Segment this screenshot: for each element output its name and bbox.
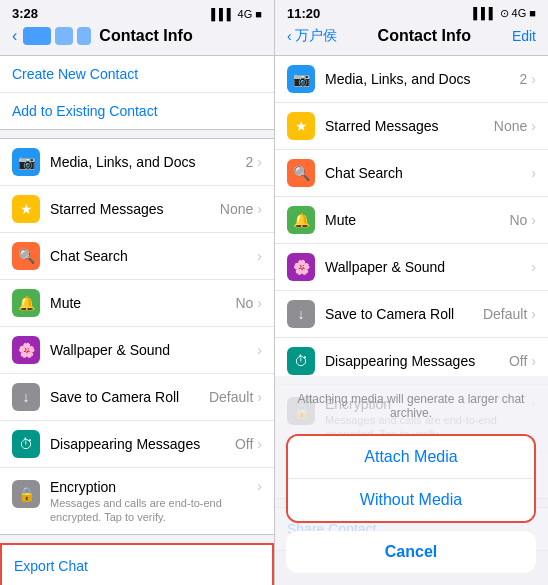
right-back-button[interactable]: ‹ 万户侯 bbox=[287, 27, 337, 45]
left-quick-actions: Create New Contact Add to Existing Conta… bbox=[0, 55, 274, 130]
media-icon: 📷 bbox=[12, 148, 40, 176]
chat-search-label: Chat Search bbox=[50, 248, 257, 264]
right-list-item-mute[interactable]: 🔔 Mute No › bbox=[275, 197, 548, 244]
left-menu-group: 📷 Media, Links, and Docs 2 › ★ Starred M… bbox=[0, 138, 274, 535]
right-panel: 11:20 ▌▌▌ ⊙ 4G ■ ‹ 万户侯 Contact Info Edit… bbox=[274, 0, 548, 585]
disappearing-icon: ⏱ bbox=[12, 430, 40, 458]
disappearing-value: Off bbox=[235, 436, 253, 452]
chat-search-chevron: › bbox=[257, 248, 262, 264]
action-sheet-buttons: Attach Media Without Media bbox=[286, 434, 536, 523]
right-mute-label: Mute bbox=[325, 212, 509, 228]
right-camera-roll-icon: ↓ bbox=[287, 300, 315, 328]
right-disappearing-label: Disappearing Messages bbox=[325, 353, 509, 369]
camera-roll-value: Default bbox=[209, 389, 253, 405]
right-list-item-starred[interactable]: ★ Starred Messages None › bbox=[275, 103, 548, 150]
right-media-value: 2 bbox=[520, 71, 528, 87]
list-item-chat-search[interactable]: 🔍 Chat Search › bbox=[0, 233, 274, 280]
right-list-item-wallpaper[interactable]: 🌸 Wallpaper & Sound › bbox=[275, 244, 548, 291]
encryption-icon: 🔒 bbox=[12, 480, 40, 508]
right-wallpaper-chevron: › bbox=[531, 259, 536, 275]
mute-icon: 🔔 bbox=[12, 289, 40, 317]
list-item-camera-roll[interactable]: ↓ Save to Camera Roll Default › bbox=[0, 374, 274, 421]
left-nav-pills bbox=[23, 27, 91, 45]
starred-icon: ★ bbox=[12, 195, 40, 223]
cancel-button[interactable]: Cancel bbox=[286, 531, 536, 573]
right-starred-value: None bbox=[494, 118, 527, 134]
left-panel: 3:28 ▌▌▌ 4G ■ ‹ Contact Info Create New … bbox=[0, 0, 274, 585]
media-value: 2 bbox=[246, 154, 254, 170]
create-contact-button[interactable]: Create New Contact bbox=[0, 56, 274, 93]
list-item-encryption[interactable]: 🔒 Encryption Messages and calls are end-… bbox=[0, 468, 274, 534]
list-item-wallpaper[interactable]: 🌸 Wallpaper & Sound › bbox=[0, 327, 274, 374]
right-media-label: Media, Links, and Docs bbox=[325, 71, 520, 87]
right-disappearing-icon: ⏱ bbox=[287, 347, 315, 375]
list-item-media[interactable]: 📷 Media, Links, and Docs 2 › bbox=[0, 139, 274, 186]
list-item-mute[interactable]: 🔔 Mute No › bbox=[0, 280, 274, 327]
list-item-disappearing[interactable]: ⏱ Disappearing Messages Off › bbox=[0, 421, 274, 468]
right-list-item-camera-roll[interactable]: ↓ Save to Camera Roll Default › bbox=[275, 291, 548, 338]
right-media-icon: 📷 bbox=[287, 65, 315, 93]
left-status-icons: ▌▌▌ 4G ■ bbox=[211, 8, 262, 20]
right-disappearing-chevron: › bbox=[531, 353, 536, 369]
right-status-bar: 11:20 ▌▌▌ ⊙ 4G ■ bbox=[275, 0, 548, 23]
right-wallpaper-icon: 🌸 bbox=[287, 253, 315, 281]
wallpaper-chevron: › bbox=[257, 342, 262, 358]
right-camera-roll-chevron: › bbox=[531, 306, 536, 322]
right-nav-title: Contact Info bbox=[378, 27, 471, 45]
disappearing-chevron: › bbox=[257, 436, 262, 452]
mute-value: No bbox=[235, 295, 253, 311]
right-camera-roll-value: Default bbox=[483, 306, 527, 322]
wallpaper-icon: 🌸 bbox=[12, 336, 40, 364]
encryption-label: Encryption bbox=[50, 479, 116, 495]
right-edit-button[interactable]: Edit bbox=[512, 28, 536, 44]
nav-pill-3 bbox=[77, 27, 91, 45]
right-mute-value: No bbox=[509, 212, 527, 228]
add-existing-contact-button[interactable]: Add to Existing Contact bbox=[0, 93, 274, 129]
mute-label: Mute bbox=[50, 295, 235, 311]
left-time: 3:28 bbox=[12, 6, 38, 21]
export-chat-button[interactable]: Export Chat bbox=[2, 545, 272, 585]
mute-chevron: › bbox=[257, 295, 262, 311]
export-chat-label: Export Chat bbox=[14, 558, 260, 574]
right-list-item-media[interactable]: 📷 Media, Links, and Docs 2 › bbox=[275, 56, 548, 103]
nav-pill-1 bbox=[23, 27, 51, 45]
camera-roll-icon: ↓ bbox=[12, 383, 40, 411]
right-wallpaper-label: Wallpaper & Sound bbox=[325, 259, 531, 275]
nav-pill-2 bbox=[55, 27, 73, 45]
media-label: Media, Links, and Docs bbox=[50, 154, 246, 170]
right-disappearing-value: Off bbox=[509, 353, 527, 369]
left-back-button[interactable]: ‹ bbox=[12, 27, 17, 45]
starred-label: Starred Messages bbox=[50, 201, 220, 217]
attach-media-button[interactable]: Attach Media bbox=[288, 436, 534, 478]
right-chat-search-icon: 🔍 bbox=[287, 159, 315, 187]
right-time: 11:20 bbox=[287, 6, 320, 21]
encryption-subtext: Messages and calls are end-to-end encryp… bbox=[50, 496, 257, 525]
right-starred-icon: ★ bbox=[287, 112, 315, 140]
chat-search-icon: 🔍 bbox=[12, 242, 40, 270]
starred-chevron: › bbox=[257, 201, 262, 217]
right-mute-icon: 🔔 bbox=[287, 206, 315, 234]
right-media-chevron: › bbox=[531, 71, 536, 87]
disappearing-label: Disappearing Messages bbox=[50, 436, 235, 452]
export-chat-section: Export Chat bbox=[0, 543, 274, 585]
left-nav: ‹ Contact Info bbox=[0, 23, 274, 49]
media-chevron: › bbox=[257, 154, 262, 170]
right-nav: ‹ 万户侯 Contact Info Edit bbox=[275, 23, 548, 49]
right-back-label: 万户侯 bbox=[295, 27, 337, 45]
list-item-starred[interactable]: ★ Starred Messages None › bbox=[0, 186, 274, 233]
right-camera-roll-label: Save to Camera Roll bbox=[325, 306, 483, 322]
right-starred-chevron: › bbox=[531, 118, 536, 134]
right-chat-search-chevron: › bbox=[531, 165, 536, 181]
left-nav-title: Contact Info bbox=[99, 27, 192, 45]
without-media-button[interactable]: Without Media bbox=[288, 478, 534, 521]
right-mute-chevron: › bbox=[531, 212, 536, 228]
right-chat-search-label: Chat Search bbox=[325, 165, 531, 181]
wallpaper-label: Wallpaper & Sound bbox=[50, 342, 257, 358]
left-content: Create New Contact Add to Existing Conta… bbox=[0, 49, 274, 585]
action-sheet-overlay: Attaching media will generate a larger c… bbox=[274, 376, 548, 585]
right-list-item-chat-search[interactable]: 🔍 Chat Search › bbox=[275, 150, 548, 197]
starred-value: None bbox=[220, 201, 253, 217]
camera-roll-chevron: › bbox=[257, 389, 262, 405]
action-sheet-info-text: Attaching media will generate a larger c… bbox=[286, 384, 536, 428]
left-status-bar: 3:28 ▌▌▌ 4G ■ bbox=[0, 0, 274, 23]
